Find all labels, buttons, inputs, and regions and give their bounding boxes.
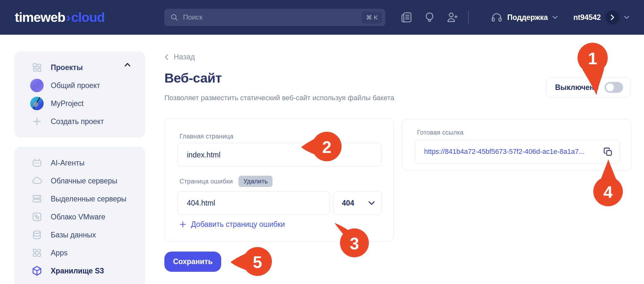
main-page-input[interactable] bbox=[177, 143, 381, 167]
sidebar-item-projects[interactable]: Проекты bbox=[14, 58, 145, 76]
username: nt94542 bbox=[573, 13, 601, 22]
sidebar-item-databases[interactable]: Базы данных bbox=[14, 226, 145, 244]
callout-badge-5: 5 bbox=[230, 246, 273, 277]
sidebar-item-label: Apps bbox=[51, 249, 67, 257]
sidebar-item-label: Облако VMware bbox=[51, 213, 105, 221]
back-label: Назад bbox=[174, 53, 195, 61]
chevron-down-icon bbox=[369, 201, 375, 205]
robot-icon bbox=[30, 156, 44, 170]
ready-link-label: Готовая ссылка bbox=[417, 129, 464, 136]
sidebar-item-label: Общий проект bbox=[51, 81, 100, 90]
save-button[interactable]: Сохранить bbox=[164, 252, 221, 272]
sidebar-item-label: Создать проект bbox=[51, 117, 104, 126]
ideas-button[interactable] bbox=[423, 11, 436, 24]
chevron-left-icon bbox=[164, 54, 169, 60]
sidebar-item-vmware-cloud[interactable]: Облако VMware bbox=[14, 208, 145, 226]
sidebar-services-card: AI-Агенты Облачные серверы Выделенные се… bbox=[14, 147, 145, 284]
callout-badge-2: 2 bbox=[301, 131, 342, 162]
support-menu[interactable]: Поддержка bbox=[491, 11, 558, 23]
svg-text:5: 5 bbox=[253, 253, 262, 271]
servers-icon bbox=[30, 192, 44, 206]
add-error-page-button[interactable]: Добавить страницу ошибки bbox=[179, 220, 285, 229]
svg-text:1: 1 bbox=[588, 49, 597, 68]
sidebar-item-s3-storage[interactable]: Хранилище S3 bbox=[14, 262, 145, 280]
user-plus-icon bbox=[446, 11, 458, 24]
grid-icon bbox=[30, 61, 44, 74]
plus-icon bbox=[30, 115, 44, 128]
sidebar-item-common-project[interactable]: Общий проект bbox=[14, 76, 145, 94]
arrow-right-icon bbox=[610, 14, 615, 20]
sidebar-item-cloud-servers[interactable]: Облачные серверы bbox=[14, 172, 145, 190]
sidebar-item-myproject[interactable]: MyProject bbox=[14, 94, 145, 112]
error-page-label: Страница ошибки bbox=[179, 178, 233, 185]
sidebar-item-label: Базы данных bbox=[51, 231, 96, 239]
sidebar-item-label: AI-Агенты bbox=[51, 159, 84, 167]
svg-text:3: 3 bbox=[350, 234, 359, 253]
logo-chevron: › bbox=[66, 10, 70, 25]
project-avatar bbox=[30, 97, 44, 110]
add-error-page-label: Добавить страницу ошибки bbox=[191, 220, 285, 229]
main-page-label: Главная страница bbox=[179, 133, 233, 140]
error-code-value: 404 bbox=[342, 199, 354, 208]
navbar-divider bbox=[468, 11, 469, 24]
copy-icon bbox=[603, 147, 613, 157]
sidebar-item-label: Выделенные серверы bbox=[51, 195, 126, 203]
search-placeholder: Поиск bbox=[183, 13, 357, 22]
lightbulb-icon bbox=[423, 11, 436, 24]
callout-badge-1: 1 bbox=[574, 39, 611, 96]
error-code-select[interactable]: 404 bbox=[333, 191, 382, 215]
account-avatar[interactable] bbox=[605, 10, 620, 24]
svg-text:2: 2 bbox=[322, 138, 332, 156]
vmware-icon bbox=[30, 210, 44, 224]
delete-error-page-button[interactable]: Удалить bbox=[239, 176, 273, 187]
chevron-up-icon[interactable] bbox=[125, 63, 130, 67]
newspaper-icon bbox=[400, 11, 413, 24]
callout-badge-4: 4 bbox=[593, 159, 625, 208]
apps-grid-icon bbox=[30, 246, 44, 260]
sidebar-projects-card: Проекты Общий проект MyProject Создать п… bbox=[14, 51, 145, 138]
sidebar-item-label: Проекты bbox=[51, 63, 83, 72]
invite-user-button[interactable] bbox=[446, 11, 458, 24]
headphones-icon bbox=[491, 11, 503, 23]
sidebar-item-ai-agents[interactable]: AI-Агенты bbox=[14, 154, 145, 172]
website-url-link[interactable]: https://841b4a72-45bf5673-57f2-406d-ac1e… bbox=[424, 148, 598, 156]
page-subtitle: Позволяет разместить статический веб-сай… bbox=[164, 94, 394, 102]
sidebar-item-create-project[interactable]: Создать проект bbox=[14, 112, 145, 130]
chevron-down-icon bbox=[553, 16, 558, 19]
search-icon bbox=[170, 13, 178, 22]
cloud-icon bbox=[30, 174, 44, 188]
database-icon bbox=[30, 228, 44, 242]
top-navbar: timeweb › cloud Поиск ⌘ K bbox=[0, 0, 644, 35]
page-title: Веб-сайт bbox=[164, 71, 222, 86]
account-menu[interactable]: nt94542 bbox=[573, 10, 629, 24]
search-input[interactable]: Поиск ⌘ K bbox=[164, 9, 385, 26]
svg-text:4: 4 bbox=[604, 183, 613, 201]
copy-link-button[interactable] bbox=[603, 147, 613, 157]
sidebar-item-dedicated-servers[interactable]: Выделенные серверы bbox=[14, 190, 145, 208]
search-shortcut-badge: ⌘ K bbox=[362, 12, 382, 23]
logo-timeweb: timeweb bbox=[15, 10, 65, 25]
news-button[interactable] bbox=[400, 11, 413, 24]
ready-link-box: https://841b4a72-45bf5673-57f2-406d-ac1e… bbox=[415, 140, 620, 164]
chevron-down-icon bbox=[624, 16, 629, 19]
s3-cube-icon bbox=[30, 264, 44, 278]
callout-badge-3: 3 bbox=[334, 222, 370, 258]
logo-cloud: cloud bbox=[71, 10, 105, 25]
error-page-input[interactable] bbox=[177, 191, 329, 215]
sidebar-item-apps[interactable]: Apps bbox=[14, 244, 145, 262]
project-avatar bbox=[30, 79, 44, 92]
support-label: Поддержка bbox=[507, 13, 548, 22]
logo[interactable]: timeweb › cloud bbox=[15, 10, 105, 25]
sidebar-item-label: MyProject bbox=[51, 99, 83, 108]
sidebar-item-label: Хранилище S3 bbox=[51, 267, 104, 275]
plus-icon bbox=[179, 220, 187, 228]
sidebar-item-label: Облачные серверы bbox=[51, 177, 117, 185]
back-button[interactable]: Назад bbox=[164, 53, 195, 61]
